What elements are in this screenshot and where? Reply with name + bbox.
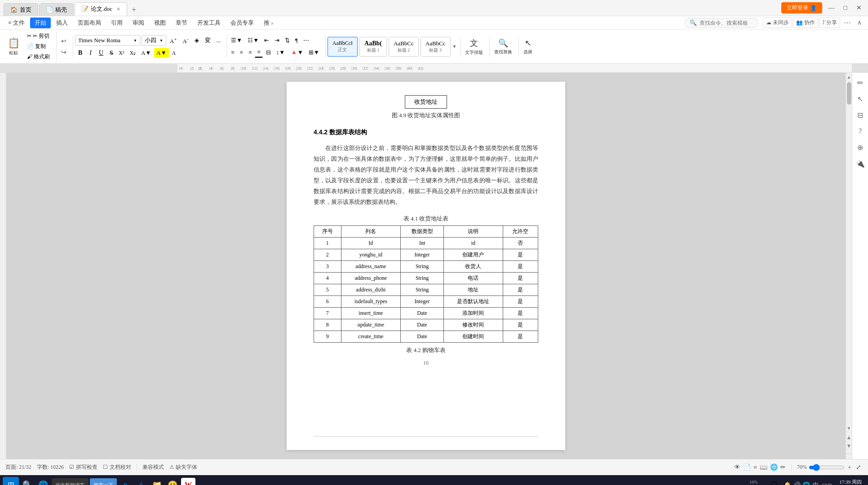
minimize-btn[interactable]: — — [826, 4, 837, 13]
para-more-btn[interactable]: ⋯ — [301, 35, 311, 45]
char-shading-btn[interactable]: A — [170, 48, 178, 58]
font-color-btn[interactable]: A▼ — [139, 48, 153, 58]
style-h1[interactable]: AaBb( 标题 1 — [359, 37, 387, 57]
align-center-btn[interactable]: ≡ — [238, 48, 245, 57]
search-box[interactable]: 🔍 — [685, 18, 758, 28]
more-text-btn[interactable]: ... — [214, 35, 223, 45]
superscript-btn[interactable]: X² — [116, 48, 126, 58]
tray-vol[interactable]: 🔊 — [793, 481, 801, 485]
tab-doc-close[interactable]: ✕ — [116, 6, 120, 12]
scroll-thumb[interactable] — [847, 82, 851, 105]
font-size-selector[interactable]: 小四 ▼ — [142, 35, 166, 46]
start-button[interactable]: ⊞ — [3, 477, 19, 485]
tray-notif[interactable]: 🔔 — [784, 481, 791, 485]
page-info[interactable]: 页面: 21/32 — [5, 463, 31, 471]
taskbar-folder[interactable]: 📁 — [150, 478, 164, 485]
taskbar-wps[interactable]: W — [181, 478, 195, 485]
underline-btn[interactable]: U — [96, 48, 106, 58]
collab-btn[interactable]: 👥 协作 — [793, 18, 818, 28]
align-left-btn[interactable]: ≡ — [229, 48, 236, 57]
grow-font-btn[interactable]: A+ — [168, 35, 179, 46]
spell-check-btn[interactable]: ☑ 拼写检查 — [69, 463, 97, 471]
taskbar-app-browser[interactable]: 🌐 — [36, 478, 50, 485]
reading-view-btn[interactable]: 📖 — [760, 463, 767, 471]
plugin-btn[interactable]: 🔌 — [854, 157, 867, 170]
edit-view-btn[interactable]: ✏ — [780, 463, 786, 471]
ribbon-tab-view[interactable]: 视图 — [150, 18, 170, 28]
paste-btn[interactable]: 📋 粘贴 — [4, 36, 23, 57]
ribbon-tab-menu[interactable]: ≡ 文件 — [4, 18, 29, 28]
taskbar-search-execute[interactable]: 搜索一下 — [90, 478, 117, 485]
doc-view-btn[interactable]: 📄 — [743, 463, 751, 471]
clock[interactable]: 17:39 周四 2022/9/15 — [836, 479, 865, 485]
show-marks-btn[interactable]: ¶ — [293, 35, 300, 45]
doc-proofread-btn[interactable]: ☐ 文档校对 — [103, 463, 131, 471]
zoom-in-btn[interactable]: + — [846, 464, 853, 471]
undo-btn[interactable]: ↩ — [58, 36, 69, 46]
phonetic-btn[interactable]: 変 — [203, 35, 213, 46]
cloud-save-btn[interactable]: ☁ 未同步 — [763, 18, 792, 28]
zoom-slider[interactable] — [809, 465, 845, 470]
share-btn[interactable]: ⤴ 分享 — [819, 18, 840, 28]
indent-dec-btn[interactable]: ⇤ — [262, 35, 271, 45]
redo-btn[interactable]: ↪ — [58, 47, 69, 57]
right-scrollbar[interactable]: ▲ ▼ ▲ ▼ ⋯ — [846, 73, 852, 459]
num-list-btn[interactable]: ☷▼ — [245, 35, 261, 45]
font-tools-btn[interactable]: ◈ — [192, 35, 201, 45]
shrink-font-btn[interactable]: A- — [181, 35, 191, 46]
style-h3[interactable]: AaBbCc 标题 3 — [421, 37, 451, 57]
taskbar-ie2[interactable]: é — [134, 478, 148, 485]
taskbar-emoji[interactable]: 😊 — [165, 478, 180, 485]
columns-btn[interactable]: ⊟ — [264, 48, 273, 57]
tab-draft[interactable]: 📄 稿壳 — [39, 3, 74, 16]
style-h2[interactable]: AaBbCc 标题 2 — [389, 37, 419, 57]
ribbon-tab-layout[interactable]: 页面布局 — [73, 18, 106, 28]
taskbar-search-btn[interactable]: 🔍 — [20, 478, 35, 485]
subscript-btn[interactable]: X₂ — [127, 48, 138, 58]
outline-view-btn[interactable]: ≡ — [753, 464, 757, 471]
text-layout-btn[interactable]: 文 文字排版 — [462, 37, 486, 57]
scroll-down-btn[interactable]: ▼ — [846, 425, 852, 432]
edit-tool-btn[interactable]: ✏ — [854, 76, 867, 89]
compatibility-mode[interactable]: 兼容模式 — [142, 463, 164, 471]
close-btn[interactable]: ✕ — [854, 3, 864, 13]
font-family-selector[interactable]: Times New Roma ▼ — [75, 35, 140, 46]
border-btn[interactable]: ⊞▼ — [306, 48, 322, 57]
taskbar-search-bar[interactable]: 北汽新能源车 — [52, 478, 89, 485]
search-input[interactable] — [700, 20, 753, 26]
taskbar-ie1[interactable]: e — [118, 478, 133, 485]
login-button[interactable]: 立即登录 👤 — [781, 2, 822, 13]
format-brush-btn[interactable]: 🖌 格式刷 — [24, 52, 53, 62]
find-replace-btn[interactable]: 🔍 查找替换 — [492, 37, 515, 56]
cursor-tool-btn[interactable]: ↖ — [854, 93, 867, 105]
tray-lang[interactable]: 中 — [812, 481, 819, 485]
bold-btn[interactable]: B — [75, 48, 85, 58]
eye-icon[interactable]: 👁 — [734, 464, 740, 471]
help-btn[interactable]: ? — [854, 125, 867, 137]
ruler-tool-btn[interactable]: ⊟ — [854, 109, 867, 121]
ai-tool-btn[interactable]: ⊕ — [854, 141, 867, 154]
zoom-fit-btn[interactable]: ⤢ — [855, 463, 863, 471]
shading-btn[interactable]: 🔺▼ — [288, 48, 306, 57]
copy-btn[interactable]: 📄 复制 — [24, 42, 53, 51]
missing-font-btn[interactable]: ⚠ 缺失字体 — [169, 463, 197, 471]
indent-inc-btn[interactable]: ⇥ — [272, 35, 282, 45]
web-view-btn[interactable]: 🌐 — [770, 463, 778, 471]
strikethrough-btn[interactable]: S̶ — [107, 48, 115, 58]
scroll-up-btn[interactable]: ▲ — [846, 74, 852, 80]
ribbon-tab-ref[interactable]: 引用 — [106, 18, 127, 28]
style-normal[interactable]: AaBbCcI 正文 — [328, 37, 358, 57]
select-btn[interactable]: ↖ 选择 — [521, 37, 535, 56]
sort-btn[interactable]: ⇅ — [283, 35, 292, 45]
add-tab-btn[interactable]: + — [128, 4, 140, 16]
word-count[interactable]: 字数: 10226 — [37, 463, 64, 471]
ribbon-tab-insert[interactable]: 插入 — [52, 18, 72, 28]
cut-btn[interactable]: ✂ ✂ 剪切 — [24, 31, 53, 41]
tab-home[interactable]: 🏠 首页 — [4, 3, 38, 16]
tray-csd[interactable]: CSD — [821, 482, 833, 485]
highlight-btn[interactable]: A▼ — [154, 48, 168, 58]
tray-net[interactable]: 🌐 — [802, 481, 810, 485]
tab-doc[interactable]: 📝 论文.doc ✕ — [75, 2, 127, 16]
style-arrow-down[interactable]: ▼ — [452, 44, 457, 49]
maximize-btn[interactable]: □ — [841, 4, 850, 13]
